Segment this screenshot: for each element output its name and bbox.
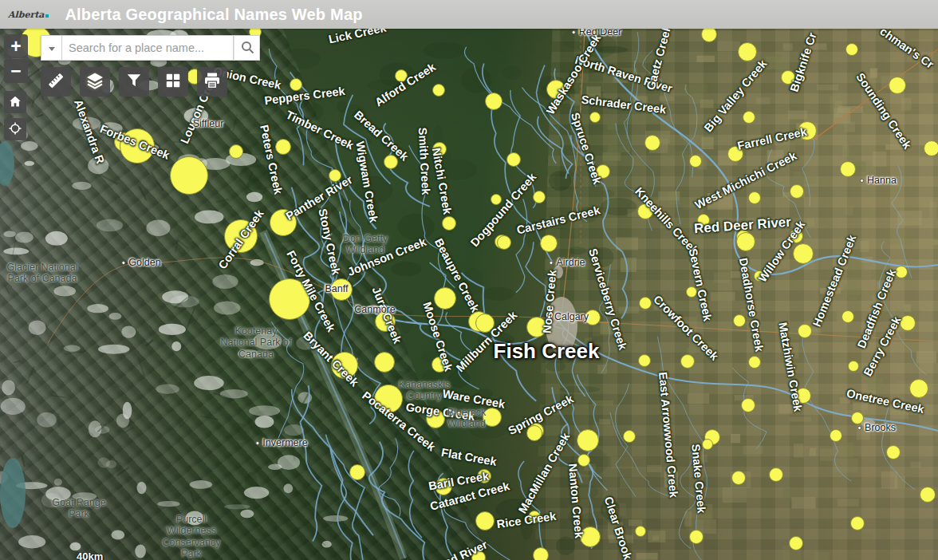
print-button[interactable] xyxy=(197,67,227,97)
locate-icon xyxy=(8,121,22,138)
search-input[interactable] xyxy=(62,35,234,61)
place-label: Brooks xyxy=(857,422,896,433)
search-submit-button[interactable] xyxy=(234,35,260,61)
water-label: Flat Creek xyxy=(440,446,498,468)
scale-bar: 40km xyxy=(77,550,128,560)
feature-marker[interactable] xyxy=(731,471,746,485)
feature-marker[interactable] xyxy=(830,429,842,442)
feature-marker[interactable] xyxy=(738,42,757,61)
map-toolbar xyxy=(41,67,227,97)
water-label: Big Valley Creek xyxy=(702,57,770,135)
feature-marker[interactable] xyxy=(475,511,495,530)
feature-marker[interactable] xyxy=(170,156,208,195)
feature-marker[interactable] xyxy=(689,155,702,168)
water-label: Kneehills Creek xyxy=(633,185,701,257)
water-label: Peters Creek xyxy=(258,124,285,195)
feature-marker[interactable] xyxy=(533,191,546,203)
feature-marker[interactable] xyxy=(638,354,651,367)
feature-marker[interactable] xyxy=(889,77,906,94)
zoom-in-button[interactable]: + xyxy=(4,34,28,58)
filter-icon xyxy=(125,72,143,92)
search-dropdown-button[interactable] xyxy=(41,35,62,61)
feature-marker[interactable] xyxy=(434,287,456,310)
place-label: Invermere xyxy=(255,437,307,448)
filter-button[interactable] xyxy=(119,67,149,97)
layers-button[interactable] xyxy=(80,67,110,97)
feature-marker[interactable] xyxy=(497,235,511,250)
feature-marker[interactable] xyxy=(635,526,646,537)
feature-marker[interactable] xyxy=(680,354,695,369)
feature-marker[interactable] xyxy=(432,84,445,97)
feature-marker[interactable] xyxy=(623,430,636,443)
feature-marker[interactable] xyxy=(900,315,916,331)
park-label: Glacier National Park of Canada xyxy=(7,262,78,285)
feature-marker[interactable] xyxy=(349,464,365,480)
place-label: Airdrie xyxy=(549,257,585,268)
feature-marker[interactable] xyxy=(442,216,456,231)
feature-marker[interactable] xyxy=(589,112,601,123)
place-label: Calgary xyxy=(547,311,589,322)
feature-marker[interactable] xyxy=(886,445,901,459)
water-label: Timber Creek xyxy=(284,108,356,152)
water-label: Snake Creek xyxy=(689,444,708,514)
feature-marker[interactable] xyxy=(644,135,660,151)
feature-marker[interactable] xyxy=(702,439,713,450)
basemap-gallery-button[interactable] xyxy=(158,67,188,97)
feature-marker[interactable] xyxy=(639,297,652,310)
home-button[interactable] xyxy=(4,91,26,113)
park-label: Kananaskis Country xyxy=(399,379,451,402)
feature-marker[interactable] xyxy=(841,310,854,323)
feature-marker[interactable] xyxy=(840,161,856,177)
feature-marker[interactable] xyxy=(748,356,761,369)
caret-down-icon xyxy=(48,42,56,54)
park-label: Goat Range Park xyxy=(52,497,105,520)
feature-marker[interactable] xyxy=(850,516,865,530)
feature-marker[interactable] xyxy=(769,467,783,482)
feature-marker[interactable] xyxy=(909,379,928,398)
water-label: MacMillan Creek xyxy=(516,431,573,515)
feature-marker[interactable] xyxy=(540,235,558,252)
place-label: Canmore xyxy=(354,304,395,315)
feature-marker[interactable] xyxy=(506,152,521,167)
feature-marker[interactable] xyxy=(789,536,803,550)
feature-marker[interactable] xyxy=(845,43,858,56)
feature-marker[interactable] xyxy=(577,454,590,467)
feature-marker[interactable] xyxy=(793,243,814,264)
zoom-out-button[interactable]: − xyxy=(4,59,28,83)
feature-marker[interactable] xyxy=(374,352,395,373)
water-label: Bigknife Cr xyxy=(787,31,818,94)
water-label: East Arrowwood Creek xyxy=(656,372,680,499)
feature-marker[interactable] xyxy=(689,530,704,544)
water-label: Nitchi Creek xyxy=(430,147,454,215)
print-icon xyxy=(203,71,222,93)
water-label: West Michichi Creek xyxy=(693,149,799,211)
park-label: Purcell Wilderness Conservancy Park xyxy=(163,514,221,560)
park-label: Don Getty Wildland xyxy=(343,233,388,256)
feature-marker[interactable] xyxy=(577,429,599,452)
park-label: Kootenay National Park of Canada xyxy=(221,325,292,360)
feature-marker[interactable] xyxy=(733,314,746,327)
feature-marker[interactable] xyxy=(743,111,755,124)
feature-marker[interactable] xyxy=(798,324,812,338)
water-label: Stony Creek xyxy=(316,207,342,276)
feature-marker[interactable] xyxy=(701,26,717,42)
logo-accent-dot xyxy=(45,14,49,18)
feature-marker[interactable] xyxy=(748,191,761,204)
feature-marker[interactable] xyxy=(485,93,503,110)
feature-marker[interactable] xyxy=(275,139,291,155)
alberta-logo-text: Alberta xyxy=(8,10,44,20)
feature-marker[interactable] xyxy=(924,140,938,156)
feature-marker[interactable] xyxy=(736,232,755,251)
feature-marker[interactable] xyxy=(920,487,936,503)
feature-marker[interactable] xyxy=(848,361,859,372)
water-label: Severn Creek xyxy=(687,247,715,322)
app-header: Alberta Alberta Geographical Names Web M… xyxy=(0,0,938,29)
feature-marker[interactable] xyxy=(741,398,755,412)
locate-button[interactable] xyxy=(4,118,26,140)
feature-marker[interactable] xyxy=(790,184,804,199)
water-label: Clear Brook xyxy=(602,495,635,560)
water-label: Nanton Creek xyxy=(566,463,585,538)
feature-marker[interactable] xyxy=(533,547,549,560)
feature-marker[interactable] xyxy=(229,144,243,159)
measure-button[interactable] xyxy=(41,67,71,97)
